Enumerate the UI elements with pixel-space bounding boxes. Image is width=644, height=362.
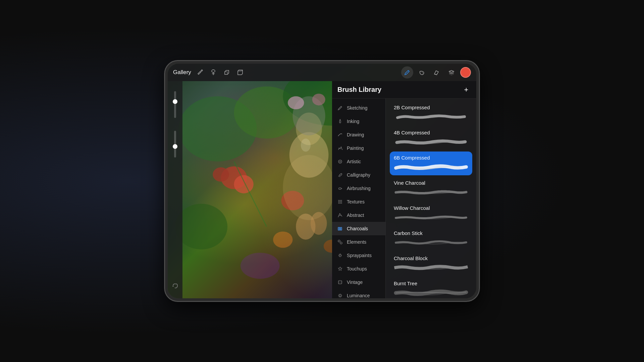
category-icon-painting (337, 145, 343, 152)
eraser-tool-button[interactable] (431, 66, 443, 78)
svg-point-17 (283, 155, 335, 220)
svg-point-24 (339, 161, 341, 162)
brush-stroke-burnt-tree (394, 288, 468, 298)
svg-point-22 (301, 139, 311, 152)
layers-tool-button[interactable] (445, 66, 458, 78)
category-icon-textures (337, 198, 343, 205)
category-label-textures: Textures (347, 199, 365, 204)
category-item-abstract[interactable]: Abstract (332, 208, 385, 222)
ipad-screen: Gallery (168, 64, 476, 298)
transform-icon[interactable] (222, 68, 231, 77)
brush-stroke-carbon-stick (394, 238, 468, 247)
category-icon-sketching (337, 105, 343, 111)
brush-stroke-4b-compressed (394, 137, 468, 147)
category-item-calligraphy[interactable]: Calligraphy (332, 168, 385, 182)
category-label-calligraphy: Calligraphy (347, 172, 370, 178)
category-item-touchups[interactable]: Touchups (332, 262, 385, 276)
pencil-tool-button[interactable] (401, 66, 413, 78)
adjustments-icon[interactable] (209, 68, 218, 77)
brush-name-2b-compressed: 2B Compressed (394, 105, 468, 110)
selection-icon[interactable] (235, 68, 245, 77)
svg-rect-26 (338, 227, 339, 230)
toolbar-right (401, 66, 471, 78)
opacity-slider-thumb (173, 144, 177, 149)
category-icon-airbrushing (337, 185, 343, 192)
category-label-painting: Painting (347, 145, 364, 151)
category-label-drawing: Drawing (347, 132, 364, 137)
brush-item-2b-compressed[interactable]: 2B Compressed (390, 101, 472, 125)
category-item-drawing[interactable]: Drawing (332, 128, 385, 141)
svg-point-20 (240, 253, 280, 279)
add-brush-button[interactable]: + (462, 85, 471, 95)
brush-stroke-willow-charcoal (394, 213, 468, 222)
svg-point-29 (338, 240, 340, 242)
category-icon-touchups (337, 265, 343, 272)
brush-name-carbon-stick: Carbon Stick (394, 230, 468, 236)
category-icon-inking (337, 118, 343, 125)
gallery-button[interactable]: Gallery (173, 69, 191, 76)
category-icon-elements (337, 239, 343, 245)
brush-item-carbon-stick[interactable]: Carbon Stick (390, 227, 472, 251)
category-item-sketching[interactable]: Sketching (332, 101, 385, 115)
category-item-inking[interactable]: Inking (332, 115, 385, 128)
category-icon-vintage (337, 279, 343, 286)
svg-point-5 (234, 175, 254, 193)
brush-panel-body: Sketching Inking Drawing Painting Artist… (332, 99, 476, 298)
category-item-luminance[interactable]: Luminance (332, 289, 385, 298)
svg-point-31 (339, 255, 341, 257)
brush-name-4b-compressed: 4B Compressed (394, 130, 468, 135)
category-item-artistic[interactable]: Artistic (332, 155, 385, 168)
smudge-tool-button[interactable] (416, 66, 428, 78)
brush-item-burnt-tree[interactable]: Burnt Tree (390, 277, 472, 298)
brush-size-slider[interactable] (174, 91, 176, 118)
category-icon-charcoals (337, 225, 343, 232)
wrench-icon[interactable] (195, 68, 205, 77)
category-item-painting[interactable]: Painting (332, 141, 385, 155)
svg-rect-27 (339, 227, 340, 230)
category-item-vintage[interactable]: Vintage (332, 276, 385, 289)
brush-item-4b-compressed[interactable]: 4B Compressed (390, 126, 472, 150)
svg-point-18 (273, 232, 292, 248)
brush-item-willow-charcoal[interactable]: Willow Charcoal (390, 202, 472, 226)
category-label-elements: Elements (347, 239, 366, 245)
category-item-textures[interactable]: Textures (332, 195, 385, 208)
size-slider-thumb (173, 99, 177, 104)
svg-point-33 (341, 254, 341, 255)
brush-list: 2B Compressed 4B Compressed 6B Compresse… (386, 99, 476, 298)
svg-point-32 (339, 254, 339, 255)
brush-item-vine-charcoal[interactable]: Vine Charcoal (390, 177, 472, 200)
opacity-slider[interactable] (174, 131, 176, 158)
left-sidebar (168, 81, 182, 298)
brush-library-title: Brush Library (337, 86, 381, 94)
brush-item-6b-compressed[interactable]: 6B Compressed (390, 152, 472, 175)
color-button[interactable] (460, 67, 471, 78)
category-label-vintage: Vintage (347, 280, 363, 285)
svg-point-12 (312, 94, 325, 105)
category-item-elements[interactable]: Elements (332, 235, 385, 249)
brush-item-charcoal-block[interactable]: Charcoal Block (390, 252, 472, 276)
category-label-inking: Inking (347, 119, 359, 124)
svg-point-37 (339, 295, 341, 297)
brush-stroke-2b-compressed (394, 112, 468, 122)
category-label-airbrushing: Airbrushing (347, 186, 371, 191)
brush-name-charcoal-block: Charcoal Block (394, 255, 468, 261)
category-label-charcoals: Charcoals (347, 226, 368, 231)
brush-name-6b-compressed: 6B Compressed (394, 155, 468, 161)
category-label-abstract: Abstract (347, 213, 364, 218)
svg-point-34 (338, 255, 339, 256)
category-item-spraypaints[interactable]: Spraypaints (332, 249, 385, 262)
category-icon-drawing (337, 131, 343, 138)
category-label-spraypaints: Spraypaints (347, 253, 372, 258)
svg-point-30 (340, 242, 342, 244)
category-item-airbrushing[interactable]: Airbrushing (332, 182, 385, 195)
category-icon-spraypaints (337, 252, 343, 259)
svg-rect-28 (341, 227, 342, 230)
undo-button[interactable] (171, 283, 179, 292)
category-icon-luminance (337, 292, 343, 298)
toolbar: Gallery (168, 64, 476, 81)
svg-point-35 (341, 255, 342, 256)
category-icon-calligraphy (337, 172, 343, 178)
category-item-charcoals[interactable]: Charcoals (332, 222, 385, 235)
svg-point-23 (338, 160, 342, 163)
category-label-luminance: Luminance (347, 293, 370, 298)
